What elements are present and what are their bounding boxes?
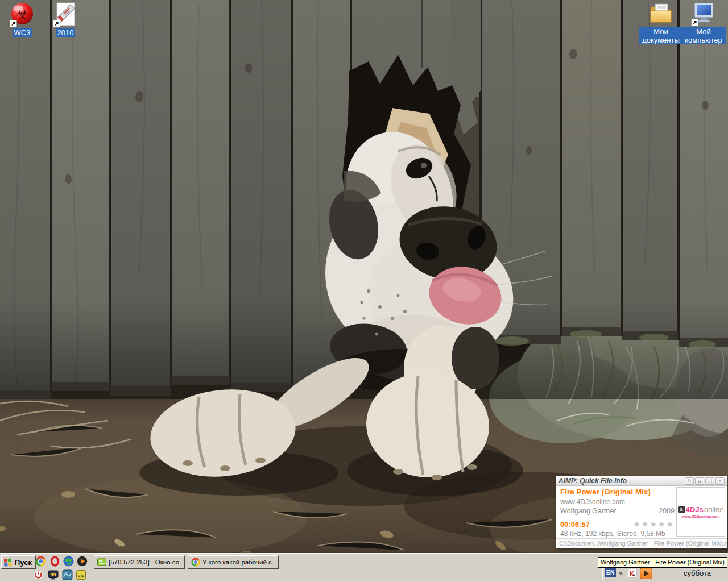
winmx-icon[interactable]	[62, 569, 73, 580]
desktop-icon-label: WC3	[13, 28, 32, 37]
folder-icon[interactable]: ❏	[705, 477, 714, 485]
tray-collapse-icon[interactable]: «	[619, 568, 623, 577]
logo-sub: online	[704, 505, 724, 514]
start-button[interactable]: Пуск	[1, 555, 36, 569]
desktop-icon-label: Мои документы	[639, 27, 683, 44]
track-artist: Wolfgang Gartner	[560, 507, 616, 515]
edit-icon[interactable]: ✎	[685, 477, 694, 485]
aimp-window-title: AIMP: Quick File Info	[559, 477, 684, 485]
aimp-title-bar[interactable]: AIMP: Quick File Info ✎ a ❏ ×	[556, 476, 727, 486]
my-computer-icon: ↗	[691, 1, 716, 26]
shortcut-arrow-icon: ↗	[10, 20, 17, 27]
desktop-icon-2010[interactable]: ↗ 2010	[43, 2, 88, 37]
task-button-icq-window[interactable]: [570-572-253] - Окно со...	[94, 555, 185, 569]
track-format-info: 48 kHz, 192 kbps, Stereo, 9,58 Mb	[560, 530, 665, 538]
shortcut-arrow-icon: ↗	[53, 20, 60, 27]
aimp-body: Fire Power (Original Mix) www.4DJsonline…	[556, 486, 727, 538]
now-playing-tooltip: Wolfgang Gartner - Fire Power (Original …	[598, 557, 727, 568]
task-button-label: [570-572-253] - Окно со...	[109, 559, 181, 566]
task-button-label: У кого какой рабочий с...	[202, 559, 275, 566]
qip-label: qip	[78, 573, 85, 578]
kaspersky-icon[interactable]: K	[628, 569, 637, 580]
track-website: www.4DJsonline.com	[560, 498, 625, 506]
desktop-icon-my-computer[interactable]: ↗ Мой компьютер	[681, 1, 726, 44]
tv-badge: 99	[50, 572, 56, 577]
chrome-icon	[191, 558, 200, 567]
opera-icon[interactable]	[49, 556, 60, 567]
divider	[560, 518, 675, 518]
wc3-biohazard-orb-icon: ☣ ↗	[10, 2, 35, 27]
logo-badge-icon: a	[678, 506, 685, 513]
logo-url: www.4DJsonline.com	[682, 514, 720, 518]
aimp-play-tray-icon[interactable]	[640, 568, 652, 581]
language-indicator[interactable]: EN	[605, 567, 616, 577]
my-documents-folder-icon	[648, 1, 673, 26]
aimp-icon[interactable]	[77, 556, 88, 567]
tray-clock[interactable]: суббота	[684, 569, 711, 577]
kaspersky-letter: K	[630, 570, 635, 578]
close-icon[interactable]: ×	[715, 477, 725, 485]
desktop-icon-wc3[interactable]: ☣ ↗ WC3	[0, 2, 44, 37]
rating-stars[interactable]: ★★★★★	[633, 519, 675, 529]
track-title: Fire Power (Original Mix)	[560, 488, 651, 496]
windows-logo-icon	[4, 558, 13, 567]
file-path: C:\Documen..\Wolfgang Gartner - Fire Pow…	[556, 538, 727, 548]
album-art: a 4DJs online www.4DJsonline.com	[676, 487, 725, 537]
power-switcher-icon[interactable]	[33, 569, 44, 580]
desktop-icon-label: 2010	[56, 28, 76, 37]
task-button-browser-window[interactable]: У кого какой рабочий с...	[188, 555, 279, 569]
desktop: ☣ ↗ WC3 ↗ 2010	[0, 0, 728, 582]
shortcut-arrow-icon: ↗	[691, 19, 698, 26]
start-label: Пуск	[15, 558, 32, 567]
icq-card-icon	[97, 558, 106, 566]
logo-main: 4DJs	[686, 505, 704, 514]
info-icon[interactable]: a	[695, 477, 704, 485]
aimp-quick-file-info-window: AIMP: Quick File Info ✎ a ❏ × Fire Power…	[556, 476, 727, 548]
document-2010-icon: ↗	[53, 2, 78, 27]
chrome-icon[interactable]	[35, 556, 46, 567]
desktop-icon-my-documents[interactable]: Мои документы	[639, 1, 683, 44]
internet-globe-icon[interactable]	[63, 556, 74, 567]
track-duration: 00:06:57	[560, 520, 590, 529]
svg-text:☣: ☣	[16, 6, 28, 22]
qip-icon[interactable]: qip	[76, 569, 86, 580]
track-year: 2009	[659, 507, 675, 515]
desktop-icon-label: Мой компьютер	[681, 27, 726, 44]
tv-program-icon[interactable]: 99	[48, 569, 59, 580]
